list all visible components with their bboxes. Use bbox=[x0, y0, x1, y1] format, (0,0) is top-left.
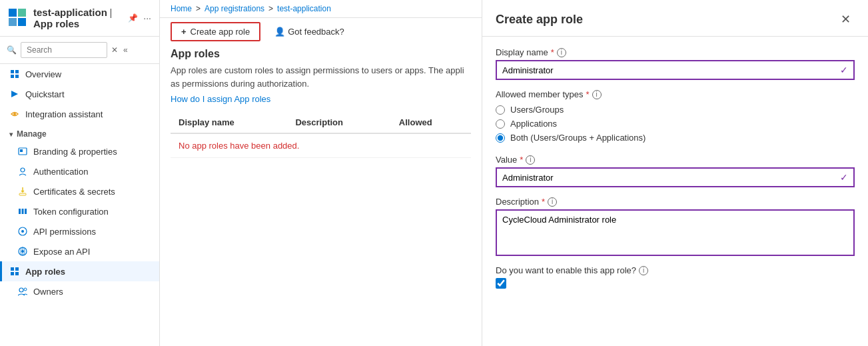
empty-message: No app roles have been added. bbox=[171, 133, 471, 158]
display-name-required: * bbox=[551, 47, 554, 57]
svg-rect-1 bbox=[18, 9, 26, 17]
value-info-icon[interactable]: i bbox=[526, 155, 535, 165]
sidebar: test-application | App roles 📌 ··· 🔍 ✕ «… bbox=[0, 0, 160, 346]
value-label: Value * i bbox=[496, 155, 855, 165]
sidebar-item-app-roles[interactable]: App roles bbox=[0, 261, 159, 281]
breadcrumb-app-registrations[interactable]: App registrations bbox=[205, 4, 264, 13]
create-app-role-panel: Create app role ✕ Display name * i ✓ All… bbox=[482, 0, 868, 346]
svg-rect-16 bbox=[25, 209, 27, 214]
quickstart-icon bbox=[9, 89, 20, 99]
col-display-name: Display name bbox=[171, 112, 287, 133]
svg-rect-5 bbox=[15, 70, 19, 73]
create-icon: + bbox=[181, 27, 187, 37]
svg-rect-2 bbox=[9, 18, 17, 26]
svg-point-9 bbox=[13, 113, 16, 115]
radio-applications-input[interactable] bbox=[496, 119, 505, 129]
display-name-info-icon[interactable]: i bbox=[557, 48, 566, 57]
allowed-info-icon[interactable]: i bbox=[592, 90, 602, 99]
toolbar: + Create app role 👤 Got feedback? bbox=[160, 18, 482, 48]
owners-icon bbox=[17, 286, 28, 297]
sidebar-item-authentication[interactable]: Authentication bbox=[0, 161, 159, 181]
sidebar-item-owners[interactable]: Owners bbox=[0, 281, 159, 301]
description-textarea[interactable]: CycleCloud Administrator role bbox=[496, 209, 855, 256]
section-description: App roles are custom roles to assign per… bbox=[171, 64, 471, 90]
integration-icon bbox=[9, 109, 20, 119]
app-header: test-application | App roles 📌 ··· bbox=[0, 0, 159, 37]
token-label: Token configuration bbox=[33, 207, 109, 217]
branding-label: Branding & properties bbox=[33, 147, 117, 157]
radio-applications[interactable]: Applications bbox=[496, 119, 855, 129]
svg-rect-26 bbox=[15, 272, 19, 275]
svg-point-27 bbox=[19, 288, 23, 292]
svg-rect-7 bbox=[15, 75, 19, 78]
svg-rect-24 bbox=[15, 267, 19, 271]
radio-both-input[interactable] bbox=[496, 133, 505, 143]
panel-close-button[interactable]: ✕ bbox=[837, 11, 855, 28]
sidebar-item-api-permissions[interactable]: API permissions bbox=[0, 221, 159, 241]
display-name-field-group: Display name * i ✓ bbox=[496, 47, 855, 80]
app-icon bbox=[8, 7, 28, 29]
more-icon[interactable]: ··· bbox=[143, 13, 151, 23]
token-icon bbox=[17, 206, 28, 217]
enable-checkbox[interactable] bbox=[496, 278, 506, 289]
overview-label: Overview bbox=[25, 69, 61, 79]
enable-label: Do you want to enable this app role? i bbox=[496, 265, 855, 275]
feedback-button[interactable]: 👤 Got feedback? bbox=[266, 23, 353, 41]
svg-marker-8 bbox=[11, 91, 18, 97]
svg-point-28 bbox=[24, 288, 27, 291]
integration-label: Integration assistant bbox=[25, 109, 103, 119]
sidebar-item-branding[interactable]: Branding & properties bbox=[0, 141, 159, 161]
search-input[interactable] bbox=[21, 42, 107, 58]
chevron-down-icon: ▾ bbox=[9, 131, 13, 138]
sidebar-item-integration[interactable]: Integration assistant bbox=[0, 104, 159, 124]
svg-rect-11 bbox=[20, 149, 23, 152]
search-icon: 🔍 bbox=[7, 45, 17, 55]
sidebar-item-expose-api[interactable]: Expose an API bbox=[0, 241, 159, 261]
radio-users-groups[interactable]: Users/Groups bbox=[496, 105, 855, 115]
app-roles-icon bbox=[9, 266, 20, 277]
radio-applications-label: Applications bbox=[510, 119, 557, 129]
page-title-header: App roles bbox=[33, 18, 79, 29]
clear-icon[interactable]: ✕ bbox=[111, 45, 118, 55]
sidebar-item-certificates[interactable]: Certificates & secrets bbox=[0, 181, 159, 201]
create-app-role-button[interactable]: + Create app role bbox=[171, 22, 260, 41]
value-required: * bbox=[520, 155, 523, 165]
authentication-icon bbox=[17, 166, 28, 177]
certificates-label: Certificates & secrets bbox=[33, 187, 115, 197]
search-bar: 🔍 ✕ « bbox=[0, 37, 159, 64]
breadcrumb-home[interactable]: Home bbox=[171, 4, 192, 13]
radio-users-groups-input[interactable] bbox=[496, 105, 505, 115]
sidebar-item-token[interactable]: Token configuration bbox=[0, 201, 159, 221]
manage-label: Manage bbox=[17, 129, 47, 139]
breadcrumb-app-name[interactable]: test-application bbox=[277, 4, 331, 13]
sidebar-item-quickstart[interactable]: Quickstart bbox=[0, 84, 159, 104]
content-area: App roles App roles are custom roles to … bbox=[160, 48, 482, 346]
collapse-icon[interactable]: « bbox=[123, 45, 128, 55]
radio-users-groups-label: Users/Groups bbox=[510, 105, 564, 115]
display-name-input-wrapper: ✓ bbox=[496, 60, 855, 80]
overview-icon bbox=[9, 69, 20, 79]
app-roles-table: Display name Description Allowed No app … bbox=[171, 112, 471, 158]
description-info-icon[interactable]: i bbox=[548, 197, 557, 207]
radio-both[interactable]: Both (Users/Groups + Applications) bbox=[496, 133, 855, 143]
enable-field-group: Do you want to enable this app role? i bbox=[496, 265, 855, 289]
display-name-input[interactable] bbox=[502, 65, 840, 75]
enable-info-icon[interactable]: i bbox=[639, 266, 648, 275]
pin-icon[interactable]: 📌 bbox=[128, 13, 138, 23]
manage-section[interactable]: ▾ Manage bbox=[0, 124, 159, 141]
svg-rect-23 bbox=[11, 267, 14, 271]
description-label: Description * i bbox=[496, 197, 855, 207]
panel-body: Display name * i ✓ Allowed member types … bbox=[482, 37, 868, 299]
branding-icon bbox=[17, 146, 28, 157]
app-roles-label: App roles bbox=[25, 267, 65, 277]
value-input[interactable] bbox=[502, 173, 840, 183]
sidebar-item-overview[interactable]: Overview bbox=[0, 64, 159, 84]
section-title: App roles bbox=[171, 48, 471, 60]
expose-api-icon bbox=[17, 246, 28, 257]
assign-app-roles-link[interactable]: How do I assign App roles bbox=[171, 94, 270, 104]
panel-header: Create app role ✕ bbox=[482, 0, 868, 37]
quickstart-label: Quickstart bbox=[25, 89, 65, 99]
col-description: Description bbox=[287, 112, 390, 133]
value-check-icon: ✓ bbox=[840, 172, 848, 183]
svg-rect-25 bbox=[11, 272, 14, 275]
